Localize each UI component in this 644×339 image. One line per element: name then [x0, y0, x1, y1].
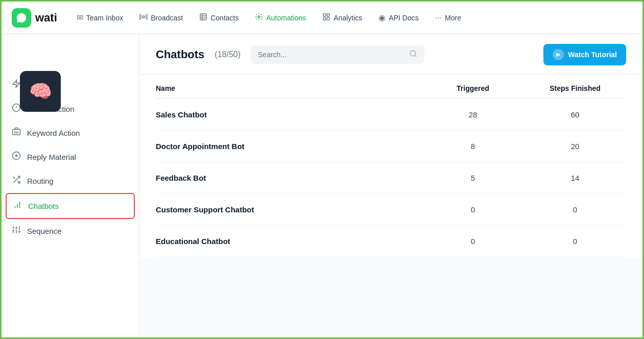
- row-triggered: 8: [422, 142, 524, 151]
- svg-rect-9: [327, 17, 330, 20]
- sidebar-item-label: Keyword Action: [27, 129, 80, 137]
- sidebar-item-chatbots[interactable]: Chatbots: [6, 193, 135, 219]
- nav-item-label: Contacts: [210, 14, 238, 22]
- search-input[interactable]: [258, 51, 405, 59]
- row-name: Customer Support Chatbot: [156, 205, 422, 214]
- sidebar-item-label: Routing: [27, 177, 54, 185]
- table-header: Name Triggered Steps Finished: [156, 75, 626, 99]
- row-name: Educational Chatbot: [156, 237, 422, 246]
- broadcast-icon: [139, 13, 148, 23]
- row-steps: 20: [524, 142, 626, 151]
- row-name: Feedback Bot: [156, 174, 422, 182]
- nav-item-analytics[interactable]: Analytics: [315, 9, 369, 27]
- top-navigation: wati ✉ Team Inbox Broadcast Contacts Aut…: [2, 2, 642, 34]
- svg-point-0: [142, 16, 145, 18]
- row-triggered: 28: [422, 110, 524, 119]
- analytics-icon: [322, 13, 330, 23]
- nav-item-label: Analytics: [333, 14, 362, 22]
- main-content: Chatbots (18/50) ▶ Watch Tutorial Name T…: [139, 34, 642, 339]
- routing-icon: [12, 175, 21, 187]
- automations-icon: [255, 13, 263, 23]
- logo-icon: [12, 8, 31, 28]
- search-icon: [409, 50, 417, 60]
- keyword-action-icon: [12, 127, 21, 139]
- nav-item-broadcast[interactable]: Broadcast: [132, 9, 190, 27]
- row-steps: 0: [524, 237, 626, 246]
- table-row[interactable]: Feedback Bot 5 14: [156, 162, 626, 194]
- sequence-icon: [12, 225, 21, 237]
- brain-tooltip: 🧠: [20, 71, 61, 112]
- table-row[interactable]: Educational Chatbot 0 0: [156, 226, 626, 257]
- svg-point-31: [410, 51, 416, 56]
- svg-rect-7: [327, 14, 330, 16]
- play-icon: ▶: [553, 49, 564, 60]
- reply-material-icon: [12, 151, 21, 163]
- sidebar-item-label: Sequence: [27, 227, 62, 235]
- sidebar-item-routing[interactable]: Routing: [2, 169, 139, 193]
- nav-item-label: Team Inbox: [86, 14, 123, 22]
- page-title: Chatbots: [156, 48, 204, 61]
- row-steps: 0: [524, 205, 626, 214]
- row-steps: 14: [524, 174, 626, 182]
- watch-tutorial-label: Watch Tutorial: [568, 51, 617, 59]
- col-name: Name: [156, 84, 422, 92]
- nav-item-api-docs[interactable]: ◉ API Docs: [371, 9, 425, 27]
- more-icon: ···: [435, 13, 442, 22]
- row-triggered: 0: [422, 237, 524, 246]
- nav-item-label: More: [445, 14, 461, 22]
- nav-item-contacts[interactable]: Contacts: [192, 9, 246, 27]
- logo-text: wati: [35, 11, 57, 25]
- sidebar-item-label: Chatbots: [28, 202, 59, 210]
- brain-icon: 🧠: [29, 81, 52, 102]
- sidebar-item-sequence[interactable]: Sequence: [2, 219, 139, 243]
- sidebar-item-reply-material[interactable]: Reply Material: [2, 145, 139, 169]
- svg-line-32: [415, 55, 416, 57]
- sidebar: 🧠 Action Default Action Keyword Action R…: [2, 34, 139, 339]
- nav-item-team-inbox[interactable]: ✉ Team Inbox: [69, 9, 130, 27]
- count-badge: (18/50): [214, 50, 241, 59]
- main-layout: 🧠 Action Default Action Keyword Action R…: [2, 34, 642, 339]
- contacts-icon: [199, 13, 207, 23]
- nav-item-label: API Docs: [389, 14, 418, 22]
- row-name: Doctor Appointment Bot: [156, 142, 422, 151]
- table-row[interactable]: Customer Support Chatbot 0 0: [156, 194, 626, 226]
- table-row[interactable]: Sales Chatbot 28 60: [156, 99, 626, 131]
- svg-point-5: [258, 16, 260, 18]
- nav-item-more[interactable]: ··· More: [428, 9, 468, 27]
- table-row[interactable]: Doctor Appointment Bot 8 20: [156, 131, 626, 162]
- api-docs-icon: ◉: [378, 13, 386, 22]
- table-container: Name Triggered Steps Finished Sales Chat…: [139, 75, 642, 257]
- col-triggered: Triggered: [422, 84, 524, 92]
- chatbots-icon: [13, 200, 22, 212]
- row-steps: 60: [524, 110, 626, 119]
- svg-rect-8: [323, 17, 326, 20]
- col-steps-finished: Steps Finished: [524, 84, 626, 92]
- content-header: Chatbots (18/50) ▶ Watch Tutorial: [139, 34, 642, 75]
- row-triggered: 5: [422, 174, 524, 182]
- logo[interactable]: wati: [12, 8, 57, 28]
- search-bar[interactable]: [251, 45, 424, 64]
- nav-item-automations[interactable]: Automations: [248, 9, 313, 27]
- sidebar-item-keyword-action[interactable]: Keyword Action: [2, 121, 139, 145]
- row-name: Sales Chatbot: [156, 110, 422, 119]
- sidebar-item-label: Reply Material: [27, 153, 76, 161]
- nav-item-label: Broadcast: [151, 14, 183, 22]
- svg-marker-10: [13, 80, 20, 88]
- team-inbox-icon: ✉: [77, 13, 83, 22]
- svg-rect-1: [200, 14, 206, 20]
- svg-rect-6: [323, 14, 326, 16]
- nav-item-label: Automations: [266, 14, 306, 22]
- watch-tutorial-button[interactable]: ▶ Watch Tutorial: [543, 44, 626, 65]
- row-triggered: 0: [422, 205, 524, 214]
